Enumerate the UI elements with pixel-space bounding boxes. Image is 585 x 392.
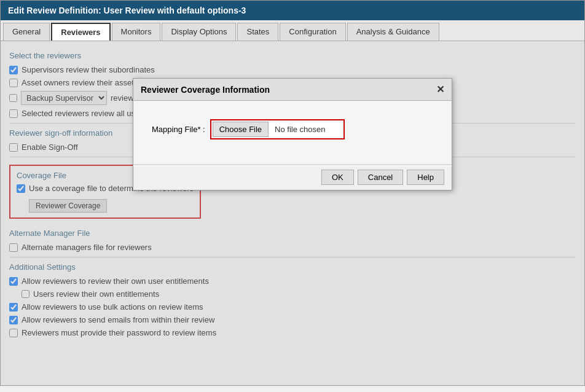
tab-configuration[interactable]: Configuration [280, 23, 345, 41]
mapping-file-label: Mapping File* : [152, 125, 205, 134]
modal-header: Reviewer Coverage Information ✕ [133, 79, 452, 101]
modal-overlay: Reviewer Coverage Information ✕ Mapping … [1, 41, 584, 385]
tab-display-options[interactable]: Display Options [162, 23, 236, 41]
modal-title: Reviewer Coverage Information [141, 85, 270, 95]
tab-monitors[interactable]: Monitors [112, 23, 161, 41]
choose-file-button[interactable]: Choose File [213, 122, 269, 137]
no-file-text: No file chosen [269, 122, 342, 136]
modal-footer: OK Cancel Help [133, 164, 452, 190]
tab-states[interactable]: States [237, 23, 278, 41]
ok-button[interactable]: OK [321, 170, 354, 185]
tab-bar: General Reviewers Monitors Display Optio… [1, 20, 584, 41]
main-content: Select the reviewers Supervisors review … [1, 41, 584, 385]
cancel-button[interactable]: Cancel [358, 170, 403, 185]
modal-dialog: Reviewer Coverage Information ✕ Mapping … [133, 78, 452, 190]
tab-general[interactable]: General [3, 23, 50, 41]
file-input-wrapper: Choose File No file chosen [210, 119, 345, 139]
title-bar: Edit Review Definition: User Review with… [1, 1, 584, 20]
mapping-file-row: Mapping File* : Choose File No file chos… [152, 119, 433, 139]
help-button[interactable]: Help [407, 170, 444, 185]
tab-analysis-guidance[interactable]: Analysis & Guidance [347, 23, 439, 41]
window-title: Edit Review Definition: User Review with… [8, 6, 246, 15]
modal-close-button[interactable]: ✕ [436, 84, 444, 95]
modal-body: Mapping File* : Choose File No file chos… [133, 101, 452, 164]
main-window: Edit Review Definition: User Review with… [0, 0, 585, 386]
tab-reviewers[interactable]: Reviewers [51, 23, 110, 41]
